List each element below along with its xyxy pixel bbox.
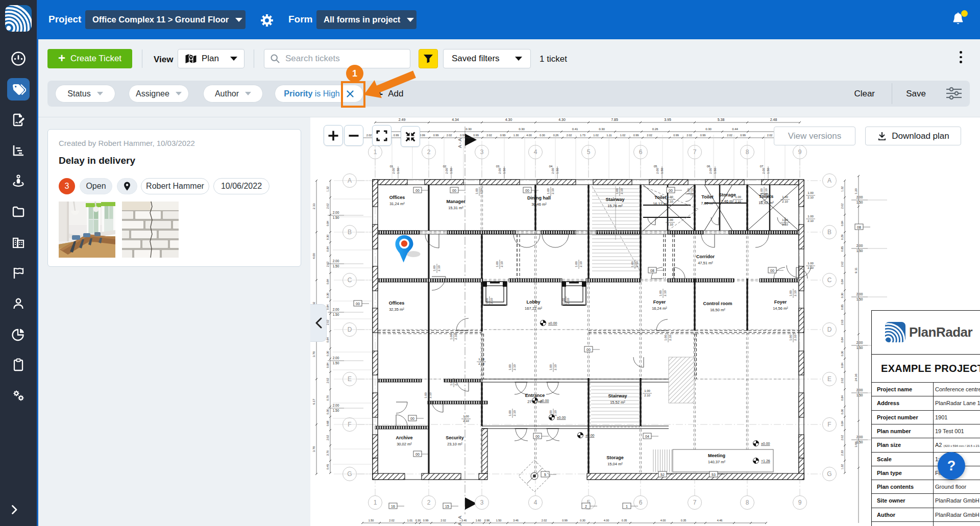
svg-text:1.00: 1.00 [508,410,511,416]
svg-text:1: 1 [374,499,377,506]
svg-text:2.03: 2.03 [841,320,844,325]
svg-text:1.00: 1.00 [463,415,469,418]
svg-text:2.33: 2.33 [312,203,315,209]
svg-text:1.00: 1.00 [644,389,650,392]
svg-text:1.00: 1.00 [667,195,673,198]
svg-text:2.49: 2.49 [399,118,406,121]
svg-text:0.30: 0.30 [326,293,329,298]
svg-text:Control room: Control room [703,301,732,306]
svg-text:E: E [827,375,831,383]
svg-text:2.02: 2.02 [542,519,547,522]
svg-text:1.50: 1.50 [369,519,374,522]
svg-text:0.70: 0.70 [326,395,329,401]
svg-text:16,24 m²: 16,24 m² [652,306,667,311]
svg-text:3.70: 3.70 [326,450,329,456]
svg-text:1.00: 1.00 [616,188,619,194]
svg-text:2.00: 2.00 [392,168,395,174]
svg-text:A: A [827,177,831,184]
svg-text:0.84: 0.84 [841,395,844,401]
svg-text:Toilets: Toilets [759,194,773,199]
svg-text:±0.00: ±0.00 [761,442,770,445]
svg-text:2.10: 2.10 [478,362,484,365]
svg-text:2.10: 2.10 [513,410,516,416]
svg-text:0.26: 0.26 [652,128,658,131]
svg-text:00: 00 [535,435,540,438]
svg-text:23,10 m²: 23,10 m² [447,442,462,446]
svg-text:2.10: 2.10 [794,290,797,296]
svg-text:1.00: 1.00 [659,290,662,296]
svg-text:16,92 m²: 16,92 m² [758,201,774,205]
svg-text:0.84: 0.84 [841,421,844,427]
svg-text:±0.00: ±0.00 [557,416,566,419]
svg-text:Storage: Storage [606,455,624,460]
svg-text:2.10: 2.10 [635,261,639,267]
svg-text:0.30: 0.30 [326,351,329,357]
svg-text:2.10: 2.10 [620,188,623,194]
svg-text:2.10: 2.10 [579,261,582,267]
svg-text:4.34: 4.34 [452,118,459,121]
svg-text:04: 04 [645,435,649,438]
svg-text:2.02: 2.02 [727,134,732,137]
svg-text:0.99: 0.99 [500,134,506,137]
svg-text:2.10: 2.10 [490,298,493,304]
svg-text:A - A: A - A [457,138,462,148]
svg-text:±0.00: ±0.00 [548,321,557,325]
svg-text:1.00: 1.00 [450,380,453,386]
svg-text:Stairway: Stairway [605,197,624,202]
svg-text:15,04 m²: 15,04 m² [607,462,623,466]
svg-text:0.45: 0.45 [326,464,329,470]
svg-text:24.36: 24.36 [854,373,857,382]
svg-text:1.00: 1.00 [807,191,814,194]
svg-text:4.30: 4.30 [558,118,566,121]
svg-text:00: 00 [525,189,529,192]
svg-text:00: 00 [356,302,360,306]
svg-text:0.99: 0.99 [633,134,639,137]
svg-text:00: 00 [415,453,420,456]
svg-text:0.99: 0.99 [700,134,706,137]
svg-text:1.00: 1.00 [475,188,478,194]
svg-text:2.10: 2.10 [429,392,432,398]
svg-text:2.10: 2.10 [644,394,650,397]
svg-text:15,52 m²: 15,52 m² [610,400,625,405]
svg-text:2.00: 2.00 [856,292,863,296]
svg-text:Foyer: Foyer [774,299,787,305]
svg-text:0.84: 0.84 [326,363,329,368]
svg-text:1.60: 1.60 [476,519,481,522]
svg-text:1.00: 1.00 [782,195,788,198]
svg-text:F: F [827,421,831,428]
svg-text:06: 06 [707,165,710,168]
svg-text:1.00: 1.00 [433,265,436,271]
svg-text:2.10: 2.10 [554,364,557,370]
svg-text:G: G [827,470,831,478]
svg-text:Corridor: Corridor [696,254,715,259]
svg-text:0.96: 0.96 [484,519,490,522]
svg-text:7,60 m²: 7,60 m² [701,201,714,206]
svg-text:2: 2 [585,505,587,508]
svg-text:0.99: 0.99 [420,134,425,137]
svg-text:Manager: Manager [446,199,465,204]
svg-text:2.10: 2.10 [807,266,814,269]
svg-text:2.02: 2.02 [687,134,692,137]
svg-text:2.00: 2.00 [445,168,448,174]
svg-text:1.00: 1.00 [807,215,814,218]
svg-text:2.00: 2.00 [498,168,501,174]
svg-text:2: 2 [427,499,431,506]
svg-text:4.30: 4.30 [505,118,512,121]
svg-text:1.00: 1.00 [782,218,788,221]
svg-text:0.68: 0.68 [326,421,329,427]
svg-text:2.02: 2.02 [647,134,652,137]
svg-text:1.32: 1.32 [841,464,844,470]
svg-text:30,46 m²: 30,46 m² [531,202,547,207]
svg-text:2.02: 2.02 [567,134,572,137]
svg-text:2.10: 2.10 [667,223,673,226]
svg-text:+1.26: +1.26 [761,459,770,463]
svg-text:08: 08 [857,226,861,229]
svg-text:Toilet: Toilet [654,195,666,200]
svg-text:1.32: 1.32 [841,186,844,192]
svg-text:2.10: 2.10 [463,419,469,422]
svg-text:02: 02 [443,165,447,168]
svg-text:00: 00 [770,269,774,272]
svg-text:Archive: Archive [396,435,412,440]
svg-text:1.50: 1.50 [856,440,863,444]
svg-text:Dining hall: Dining hall [527,195,551,201]
